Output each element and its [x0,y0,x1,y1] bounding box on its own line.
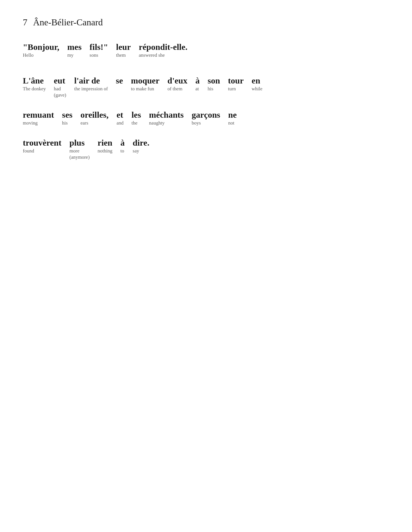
word-group: seshis [62,110,72,126]
french-word: en [252,76,260,86]
french-word: les [131,110,141,120]
word-group: plusmore(anymore) [70,138,90,160]
english-translation: his [208,86,213,92]
word-group: sonhis [208,76,220,92]
english-translation: boys [192,120,201,126]
french-word: "Bonjour, [23,42,59,52]
word-group: mesmy [67,42,82,58]
word-group: fils!"sons [90,42,108,58]
french-word: à [120,138,125,148]
chapter-title: Âne-Bélier-Canard [33,17,103,28]
french-word: remuant [23,110,54,120]
english-translation: Hello [23,52,34,58]
english-translation: while [252,86,263,92]
french-word: l'air de [74,76,100,86]
english-translation: found [23,148,34,154]
french-word: méchants [149,110,184,120]
sentence-4: trouvèrentfoundplusmore(anymore)riennoth… [23,138,389,163]
french-word: eut [54,76,65,86]
english-translation: had(gave) [54,86,66,98]
word-group: garçonsboys [192,110,220,126]
word-group: euthad(gave) [54,76,66,98]
sentence-3: remuantmovingseshisoreilles,earsetandles… [23,110,389,129]
sentence-1: "Bonjour,Hellomesmyfils!"sonsleurthemrép… [23,42,389,61]
word-group: oreilles,ears [80,110,109,126]
french-word: mes [67,42,82,52]
english-translation: and [117,120,124,126]
english-translation: the impression of [74,86,108,92]
word-group: lesthe [131,110,141,126]
english-translation: the [131,120,137,126]
word-line-4: trouvèrentfoundplusmore(anymore)riennoth… [23,138,389,163]
sentences-container: "Bonjour,Hellomesmyfils!"sonsleurthemrép… [23,42,389,164]
word-group: etand [117,110,124,126]
page-header: 7 Âne-Bélier-Canard [23,17,389,28]
english-translation: of them [167,86,182,92]
word-group: d'euxof them [167,76,187,92]
word-group: l'air dethe impression of [74,76,108,92]
word-line-2: L'âneThe donkeyeuthad(gave)l'air dethe i… [23,76,389,101]
word-group: riennothing [98,138,112,154]
english-translation: more(anymore) [70,148,90,160]
word-group: dire.say [133,138,149,154]
sentence-2: L'âneThe donkeyeuthad(gave)l'air dethe i… [23,76,389,101]
french-word: plus [70,138,85,148]
english-translation: to [120,148,124,154]
english-translation: not [228,120,234,126]
page-container: 7 Âne-Bélier-Canard "Bonjour,Hellomesmyf… [23,17,389,164]
word-line-3: remuantmovingseshisoreilles,earsetandles… [23,110,389,129]
english-translation: them [116,52,126,58]
french-word: fils!" [90,42,108,52]
english-translation: to make fun [131,86,154,92]
word-group: nenot [228,110,237,126]
english-translation: nothing [98,148,112,154]
french-word: à [195,76,200,86]
word-group: leurthem [116,42,131,58]
word-group: àto [120,138,125,154]
word-group: tourturn [228,76,244,92]
word-group: àat [195,76,200,92]
word-group: "Bonjour,Hello [23,42,59,58]
word-group: trouvèrentfound [23,138,62,154]
french-word: L'âne [23,76,44,86]
french-word: moquer [131,76,159,86]
word-line-1: "Bonjour,Hellomesmyfils!"sonsleurthemrép… [23,42,389,61]
french-word: d'eux [167,76,187,86]
french-word: tour [228,76,244,86]
french-word: ne [228,110,237,120]
french-word: ses [62,110,72,120]
french-word: répondit-elle. [139,42,188,52]
english-translation: answered she [139,52,165,58]
word-group: moquerto make fun [131,76,159,92]
french-word: et [117,110,123,120]
french-word: garçons [192,110,220,120]
english-translation: his [62,120,68,126]
french-word: son [208,76,220,86]
english-translation: naughty [149,120,165,126]
french-word: oreilles, [80,110,109,120]
french-word: rien [98,138,112,148]
french-word: dire. [133,138,149,148]
english-translation: at [195,86,199,92]
english-translation: The donkey [23,86,46,92]
word-group: L'âneThe donkey [23,76,46,92]
word-group: enwhile [252,76,263,92]
french-word: leur [116,42,131,52]
english-translation: my [67,52,74,58]
word-group: remuantmoving [23,110,54,126]
word-group: répondit-elle.answered she [139,42,188,58]
english-translation: moving [23,120,38,126]
page-number: 7 [23,17,27,28]
word-group: se [116,76,123,86]
english-translation: ears [80,120,88,126]
english-translation: sons [90,52,98,58]
french-word: trouvèrent [23,138,62,148]
english-translation: turn [228,86,236,92]
english-translation: say [133,148,139,154]
word-group: méchantsnaughty [149,110,184,126]
french-word: se [116,76,123,86]
